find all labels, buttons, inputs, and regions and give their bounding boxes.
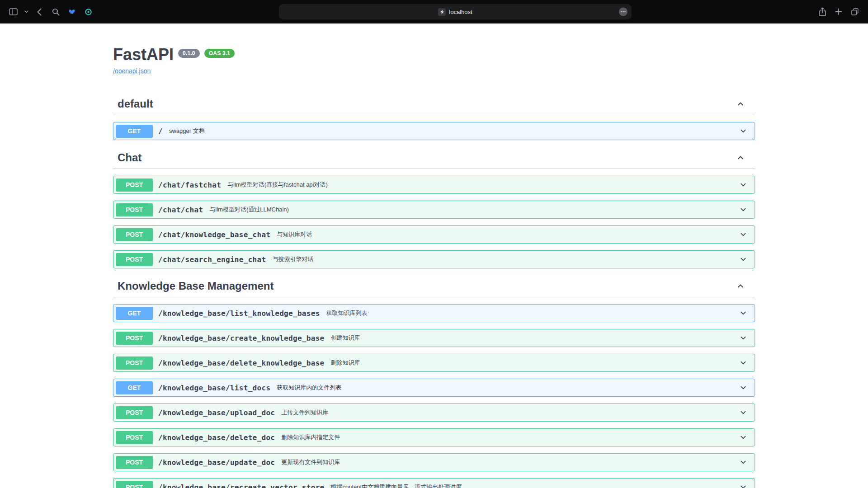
collapse-chevron-up-icon[interactable] xyxy=(735,99,746,109)
operation-path: /knowledge_base/delete_knowledge_base xyxy=(158,359,325,367)
web-page: FastAPI 0.1.0 OAS 3.1 /openapi.json defa… xyxy=(0,23,868,488)
operation-summary: 与llm模型对话(直接与fastchat api对话) xyxy=(227,181,328,189)
operation-summary: 与llm模型对话(通过LLMChain) xyxy=(209,206,289,214)
tag-section-header[interactable]: Chat xyxy=(113,147,755,169)
operation-row[interactable]: POST /knowledge_base/delete_knowledge_ba… xyxy=(113,354,755,372)
address-bar[interactable]: localhost xyxy=(279,4,632,19)
operation-summary: 与知识库对话 xyxy=(277,230,312,239)
address-bar-url: localhost xyxy=(449,9,472,15)
site-favicon xyxy=(438,8,446,16)
expand-chevron-down-icon[interactable] xyxy=(738,383,750,393)
openapi-spec-link[interactable]: /openapi.json xyxy=(113,67,151,75)
share-button[interactable] xyxy=(816,5,829,19)
tag-section: Knowledge Base Management GET /knowledge… xyxy=(113,275,755,488)
collapse-chevron-up-icon[interactable] xyxy=(735,152,746,163)
tabs-icon xyxy=(851,8,859,16)
operation-row[interactable]: GET /knowledge_base/list_knowledge_bases… xyxy=(113,304,755,322)
api-info: FastAPI 0.1.0 OAS 3.1 /openapi.json xyxy=(113,23,755,75)
method-badge: POST xyxy=(116,481,153,488)
share-icon xyxy=(819,7,826,16)
record-extension-icon xyxy=(85,8,92,16)
extension-button-teal[interactable] xyxy=(81,5,95,19)
expand-chevron-down-icon[interactable] xyxy=(738,457,750,467)
chevron-left-icon xyxy=(37,8,42,16)
expand-chevron-down-icon[interactable] xyxy=(738,230,750,239)
method-badge: POST xyxy=(116,228,153,241)
expand-chevron-down-icon[interactable] xyxy=(738,205,750,215)
expand-chevron-down-icon[interactable] xyxy=(738,482,750,488)
tag-section-title: Knowledge Base Management xyxy=(118,280,274,292)
operation-path: /knowledge_base/create_knowledge_base xyxy=(158,334,325,343)
tag-section-header[interactable]: Knowledge Base Management xyxy=(113,275,755,297)
method-badge: GET xyxy=(116,307,153,320)
ellipsis-icon xyxy=(621,11,626,13)
operation-summary: 根据content中文档重建向量库，流式输出处理进度。 xyxy=(331,483,468,488)
method-badge: POST xyxy=(116,406,153,419)
operation-summary: 删除知识库 xyxy=(331,359,360,367)
operation-row[interactable]: POST /knowledge_base/delete_doc 删除知识库内指定… xyxy=(113,428,755,446)
operation-path: /knowledge_base/list_knowledge_bases xyxy=(158,309,320,318)
tag-section-title: Chat xyxy=(118,151,142,164)
sidebar-toggle-button[interactable] xyxy=(6,5,20,19)
operation-path: /knowledge_base/delete_doc xyxy=(158,433,275,442)
operation-summary: 与搜索引擎对话 xyxy=(272,255,313,263)
butterfly-extension-icon xyxy=(68,8,76,15)
collapse-chevron-up-icon[interactable] xyxy=(735,281,746,291)
toolbar-left-group xyxy=(6,5,95,19)
operation-path: /chat/knowledge_base_chat xyxy=(158,230,270,239)
operation-row[interactable]: POST /knowledge_base/upload_doc 上传文件到知识库 xyxy=(113,404,755,422)
tag-section: Chat POST /chat/fastchat 与llm模型对话(直接与fas… xyxy=(113,147,755,268)
operation-row[interactable]: POST /chat/search_engine_chat 与搜索引擎对话 xyxy=(113,250,755,268)
operation-path: /chat/chat xyxy=(158,206,203,214)
operation-path: /chat/fastchat xyxy=(158,181,221,189)
plus-icon xyxy=(835,8,842,15)
version-badge: 0.1.0 xyxy=(178,49,200,58)
operation-row[interactable]: GET /knowledge_base/list_docs 获取知识库内的文件列… xyxy=(113,379,755,397)
expand-chevron-down-icon[interactable] xyxy=(738,358,750,368)
expand-chevron-down-icon[interactable] xyxy=(738,432,750,442)
tag-section-header[interactable]: default xyxy=(113,93,755,115)
operation-path: /knowledge_base/upload_doc xyxy=(158,408,275,417)
operation-summary: 上传文件到知识库 xyxy=(281,408,328,417)
operation-row[interactable]: POST /knowledge_base/recreate_vector_sto… xyxy=(113,478,755,488)
tab-overview-button[interactable] xyxy=(848,5,862,19)
operation-summary: 获取知识库内的文件列表 xyxy=(277,384,341,392)
api-title-row: FastAPI 0.1.0 OAS 3.1 xyxy=(113,45,755,64)
operation-row[interactable]: POST /knowledge_base/create_knowledge_ba… xyxy=(113,329,755,347)
operation-row[interactable]: POST /chat/chat 与llm模型对话(通过LLMChain) xyxy=(113,201,755,219)
page-settings-button[interactable] xyxy=(619,8,627,16)
tag-section: default GET / swagger 文档 xyxy=(113,93,755,140)
expand-chevron-down-icon[interactable] xyxy=(738,333,750,343)
sidebar-menu-chevron[interactable] xyxy=(23,5,30,19)
operation-summary: swagger 文档 xyxy=(169,127,205,135)
method-badge: GET xyxy=(116,381,153,394)
operation-summary: 更新现有文件到知识库 xyxy=(281,458,340,466)
search-button[interactable] xyxy=(49,5,62,19)
operation-row[interactable]: POST /knowledge_base/update_doc 更新现有文件到知… xyxy=(113,453,755,471)
method-badge: POST xyxy=(116,357,153,370)
operation-row[interactable]: GET / swagger 文档 xyxy=(113,122,755,140)
method-badge: POST xyxy=(116,253,153,266)
operation-row[interactable]: POST /chat/fastchat 与llm模型对话(直接与fastchat… xyxy=(113,176,755,194)
back-button[interactable] xyxy=(33,5,46,19)
method-badge: POST xyxy=(116,456,153,469)
expand-chevron-down-icon[interactable] xyxy=(738,308,750,318)
expand-chevron-down-icon[interactable] xyxy=(738,408,750,418)
expand-chevron-down-icon[interactable] xyxy=(738,126,750,136)
method-badge: POST xyxy=(116,178,153,192)
extension-button-blue[interactable] xyxy=(65,5,79,19)
expand-chevron-down-icon[interactable] xyxy=(738,254,750,264)
method-badge: POST xyxy=(116,431,153,444)
operation-path: /knowledge_base/update_doc xyxy=(158,458,275,467)
chevron-down-icon xyxy=(24,10,28,13)
api-title: FastAPI xyxy=(113,45,174,64)
method-badge: POST xyxy=(116,203,153,216)
browser-toolbar: localhost xyxy=(0,0,868,23)
operation-summary: 创建知识库 xyxy=(331,334,360,342)
new-tab-button[interactable] xyxy=(832,5,845,19)
tag-section-title: default xyxy=(118,98,153,110)
operation-path: / xyxy=(158,127,163,136)
expand-chevron-down-icon[interactable] xyxy=(738,180,750,190)
oas-badge: OAS 3.1 xyxy=(204,49,235,58)
operation-row[interactable]: POST /chat/knowledge_base_chat 与知识库对话 xyxy=(113,225,755,244)
